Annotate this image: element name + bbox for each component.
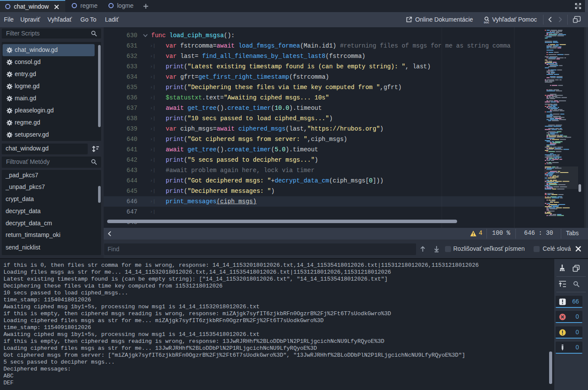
svg-text:DOC: DOC [484,21,489,24]
